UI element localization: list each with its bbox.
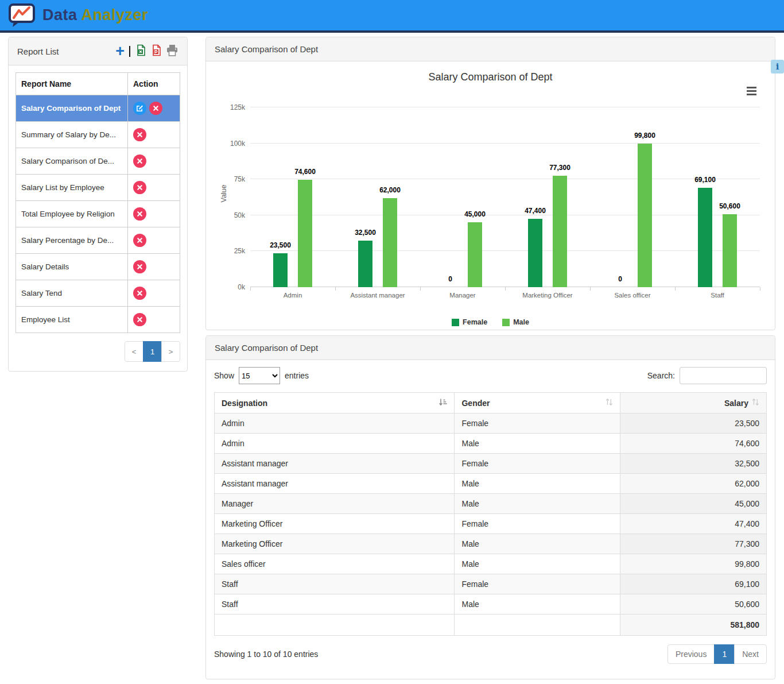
report-action-cell [128,175,180,201]
x-axis-tick [420,287,421,291]
bar-slot: 74,600 [298,107,312,287]
gender-cell: Male [455,534,620,554]
data-table-title: Salary Comparison of Dept [215,343,318,353]
bar-male-sales-officer[interactable] [638,144,652,287]
excel-export-icon[interactable] [135,44,147,58]
bar-male-admin[interactable] [298,180,312,287]
table-row: Assistant managerMale62,000 [215,474,767,494]
salary-cell: 77,300 [620,534,767,554]
bar-value-label: 45,000 [464,210,486,218]
bar-male-assistant-manager[interactable] [383,198,397,287]
legend-label: Female [463,318,487,326]
bar-slot: 99,800 [638,107,652,287]
report-name-cell[interactable]: Salary Percentage by De... [16,227,128,254]
report-pagination-page-1[interactable]: 1 [143,341,162,362]
report-name-cell[interactable]: Salary List by Employee [16,175,128,201]
x-axis-category-label: Manager [420,292,505,299]
search-input[interactable] [680,367,767,384]
table-row: Assistant managerFemale32,500 [215,454,767,474]
gender-cell: Male [455,494,620,514]
gender-cell: Male [455,474,620,494]
delete-report-button[interactable] [133,207,146,221]
bar-group-sales-officer: 099,800 [590,107,675,287]
pagination-page-1[interactable]: 1 [714,644,735,664]
delete-report-button[interactable] [133,128,146,141]
bar-female-assistant-manager[interactable] [358,241,372,287]
delete-report-button[interactable] [133,181,146,194]
salary-column-header[interactable]: Salary [620,393,767,414]
search-label: Search: [647,371,675,380]
legend-item-female[interactable]: Female [452,318,487,326]
salary-cell: 69,100 [620,574,767,594]
table-row: AdminFemale23,500 [215,414,767,434]
bar-slot: 0 [613,107,627,287]
report-list-row: Salary List by Employee [16,175,180,201]
report-name-cell[interactable]: Salary Comparison of De... [16,148,128,175]
report-list-heading: Report List + [9,37,187,65]
report-name-cell[interactable]: Employee List [16,307,128,333]
search-control: Search: [647,367,767,384]
designation-cell: Marketing Officer [215,514,455,534]
x-axis-category-label: Sales officer [590,292,675,299]
gender-column-header[interactable]: Gender [455,393,620,414]
brand-primary: Data [42,6,77,24]
delete-report-button[interactable] [133,234,146,247]
info-button[interactable]: i [771,60,784,74]
report-pagination-prev[interactable]: < [125,341,143,362]
y-axis-title: Value [220,180,228,207]
report-pagination-next[interactable]: > [161,341,180,362]
salary-cell: 50,600 [620,594,767,615]
bar-group-staff: 69,10050,600 [675,107,760,287]
bar-male-staff[interactable] [723,214,737,287]
salary-cell: 47,400 [620,514,767,534]
report-name-cell[interactable]: Total Employee by Religion [16,201,128,227]
delete-report-button[interactable] [133,260,146,273]
designation-cell: Marketing Officer [215,534,455,554]
salary-cell: 99,800 [620,554,767,574]
chart-body: Salary Comparison of Dept Value 0k25k50k… [206,71,775,341]
bar-value-label: 47,400 [525,207,546,215]
report-list-row: Salary Comparison of De... [16,148,180,175]
report-name-cell[interactable]: Salary Tend [16,280,128,307]
designation-cell: Assistant manager [215,454,455,474]
table-pagination: Previous 1 Next [668,644,767,664]
legend-item-male[interactable]: Male [502,318,529,326]
delete-report-button[interactable] [149,102,162,115]
designation-column-header[interactable]: Designation [215,393,455,414]
pagination-next-button[interactable]: Next [734,644,767,664]
entries-select[interactable]: 15 [239,367,280,384]
toolbar-separator [129,46,130,57]
bar-male-manager[interactable] [468,222,482,287]
bar-value-label: 77,300 [549,164,570,172]
delete-report-button[interactable] [133,154,146,168]
bar-slot: 0 [443,107,457,287]
report-name-cell[interactable]: Salary Comparison of Dept [16,95,128,122]
bar-male-marketing-officer[interactable] [553,176,567,287]
brand-secondary: Analyzer [81,6,149,24]
bar-slot: 45,000 [468,107,482,287]
bar-female-marketing-officer[interactable] [528,219,542,287]
report-list-panel: Report List + [8,37,188,372]
pagination-previous-button[interactable]: Previous [667,644,715,664]
bar-female-staff[interactable] [698,188,712,287]
report-name-cell[interactable]: Summary of Salary by De... [16,122,128,148]
delete-report-button[interactable] [133,313,146,326]
chart-context-menu-icon[interactable] [747,87,756,97]
printer-icon[interactable] [166,44,178,58]
pdf-export-icon[interactable] [150,44,162,58]
bar-slot: 50,600 [723,107,737,287]
bar-group-manager: 045,000 [420,107,505,287]
report-name-cell[interactable]: Salary Details [16,254,128,280]
edit-report-button[interactable] [133,102,146,115]
table-row: AdminMale74,600 [215,434,767,454]
data-table-heading: Salary Comparison of Dept [206,336,775,360]
bar-female-admin[interactable] [273,253,288,287]
salary-cell: 23,500 [620,414,767,434]
chart-plot-area: 0k25k50k75k100k125k23,50074,60032,50062,… [250,107,760,287]
app-header: DataAnalyzer [0,0,784,33]
delete-report-button[interactable] [133,287,146,300]
designation-cell: Staff [215,574,455,594]
x-axis-category-label: Staff [675,292,760,299]
report-list-toolbar: + [115,44,178,58]
add-report-icon[interactable]: + [115,45,125,57]
